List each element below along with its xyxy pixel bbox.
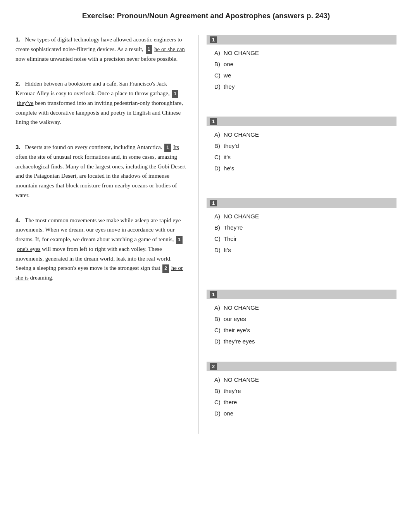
spacer-3 [207, 270, 396, 280]
list-item: A) NO CHANGE [214, 130, 396, 139]
q3-number: 3. [16, 144, 21, 150]
answer-options-q4-2: A) NO CHANGE B) they're C) there D) one [207, 375, 396, 418]
answer-options-q1: A) NO CHANGE B) one C) we D) they [207, 48, 396, 91]
list-item: C) there [214, 398, 396, 407]
answer-block-q2-header: 1 [207, 117, 396, 126]
q4-number: 4. [16, 217, 21, 223]
answer-block-q3-header: 1 [207, 198, 396, 208]
list-item: C) it's [214, 153, 396, 162]
answer-block-q2-num: 1 [210, 118, 217, 125]
answer-block-q4-2-header: 2 [207, 362, 396, 371]
list-item: A) NO CHANGE [214, 303, 396, 312]
list-item: D) he's [214, 164, 396, 173]
q2-underlined: they've [17, 100, 34, 106]
q2-number: 2. [16, 80, 21, 87]
answer-block-q4-1-header: 1 [207, 290, 396, 299]
list-item: B) They're [214, 223, 396, 232]
list-item: C) we [214, 71, 396, 80]
answer-block-q1-header: 1 [207, 35, 396, 45]
list-item: A) NO CHANGE [214, 212, 396, 221]
question-block-2: 2. Hidden between a bookstore and a café… [16, 79, 187, 127]
list-item: B) our eyes [214, 314, 396, 324]
list-item: C) their eye's [214, 326, 396, 335]
question-3-text: 3. Deserts are found on every continent,… [16, 142, 187, 200]
answer-block-q1: 1 A) NO CHANGE B) one C) we D) they [207, 35, 396, 91]
list-item: D) they [214, 82, 396, 91]
q4-underlined-1: one's eyes [17, 246, 41, 252]
list-item: C) Their [214, 234, 396, 244]
q4-underlined-2: he or she is [16, 265, 183, 281]
q4-inline-box-1: 1 [176, 236, 183, 244]
spacer-2 [207, 189, 396, 198]
list-item: D) they're eyes [214, 337, 396, 346]
answer-options-q2: A) NO CHANGE B) they'd C) it's D) he's [207, 130, 396, 173]
q3-underlined: Its [173, 144, 179, 150]
answer-options-q4-1: A) NO CHANGE B) our eyes C) their eye's … [207, 303, 396, 346]
q4-inline-box-2: 2 [162, 264, 169, 273]
answer-block-q4-1: 1 A) NO CHANGE B) our eyes C) their eye'… [207, 290, 396, 346]
page: Exercise: Pronoun/Noun Agreement and Apo… [0, 0, 412, 532]
list-item: D) It's [214, 245, 396, 255]
list-item: B) they'd [214, 141, 396, 151]
list-item: B) one [214, 60, 396, 69]
spacer-3b [207, 280, 396, 290]
right-column: 1 A) NO CHANGE B) one C) we D) they 1 A)… [198, 35, 396, 434]
answer-block-q3-num: 1 [210, 200, 217, 206]
question-block-4: 4. The most common movements we make whi… [16, 216, 187, 283]
answer-block-q4-2: 2 A) NO CHANGE B) they're C) there D) on… [207, 362, 396, 418]
left-column: 1. New types of digital technology have … [16, 35, 198, 434]
question-block-3: 3. Deserts are found on every continent,… [16, 142, 187, 200]
question-4-text: 4. The most common movements we make whi… [16, 216, 187, 283]
question-2-text: 2. Hidden between a bookstore and a café… [16, 79, 187, 127]
answer-block-q1-num: 1 [210, 36, 217, 43]
page-title: Exercise: Pronoun/Noun Agreement and Apo… [16, 12, 396, 23]
question-block-1: 1. New types of digital technology have … [16, 35, 187, 63]
q2-inline-box: 1 [172, 90, 179, 98]
spacer-1 [207, 107, 396, 117]
answer-options-q3: A) NO CHANGE B) They're C) Their D) It's [207, 212, 396, 255]
question-1-text: 1. New types of digital technology have … [16, 35, 187, 63]
q1-number: 1. [16, 36, 21, 43]
answer-block-q4-2-num: 2 [210, 363, 217, 370]
q1-inline-box: 1 [146, 45, 152, 54]
list-item: A) NO CHANGE [214, 48, 396, 58]
list-item: D) one [214, 409, 396, 418]
content-area: 1. New types of digital technology have … [16, 35, 396, 434]
q1-underlined: he or she can [154, 46, 185, 52]
list-item: B) they're [214, 386, 396, 396]
list-item: A) NO CHANGE [214, 375, 396, 384]
answer-block-q2: 1 A) NO CHANGE B) they'd C) it's D) he's [207, 117, 396, 173]
q3-inline-box: 1 [164, 144, 171, 152]
answer-block-q3: 1 A) NO CHANGE B) They're C) Their D) It… [207, 198, 396, 255]
answer-block-q4-1-num: 1 [210, 291, 217, 298]
